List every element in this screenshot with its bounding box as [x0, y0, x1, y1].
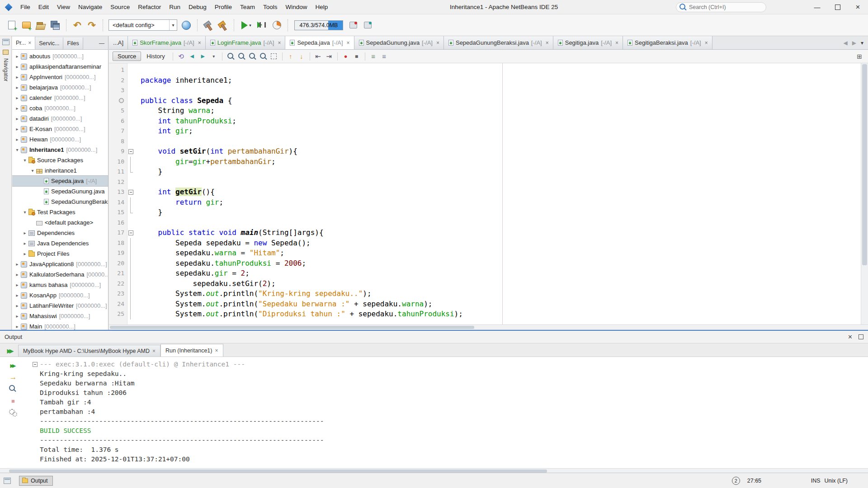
tab-files[interactable]: Files — [63, 38, 83, 49]
tree-expand-icon[interactable]: ▸ — [14, 293, 20, 298]
tree-expand-icon[interactable]: ▸ — [14, 64, 20, 69]
tree-item-aboutus[interactable]: ▸aboutus[0000000...] — [12, 51, 108, 61]
tree-item-default-package[interactable]: <default package> — [12, 217, 108, 228]
close-tab-icon[interactable]: × — [198, 40, 201, 46]
scrollbar-thumb[interactable] — [9, 469, 547, 473]
scroll-tabs-right-icon[interactable]: ▶ — [852, 40, 856, 46]
editor-tab-loginframe-java[interactable]: LoginFrame.java[-/A]× — [206, 36, 286, 49]
next-occurrence-icon[interactable] — [297, 52, 307, 61]
tree-item-aplikasipendaftaranseminar[interactable]: ▸aplikasipendaftaranseminar — [12, 61, 108, 72]
tree-item-latihanfilewriter[interactable]: ▸LatihanFileWriter[0000000...] — [12, 300, 108, 311]
select-region-icon[interactable] — [269, 52, 279, 61]
close-tab-icon[interactable]: × — [705, 40, 708, 46]
menu-refactor[interactable]: Refactor — [134, 0, 165, 14]
record-macro-icon[interactable] — [341, 52, 351, 61]
find-previous-icon[interactable] — [247, 52, 257, 61]
fold-box-icon[interactable] — [128, 149, 133, 154]
editor-tab-overflow[interactable]: ...A] — [109, 36, 128, 49]
search-output-icon[interactable] — [7, 384, 19, 394]
menu-window[interactable]: Window — [282, 0, 311, 14]
undo-button[interactable] — [70, 18, 85, 33]
tree-item-kosanapp[interactable]: ▸KosanApp[0000000...] — [12, 290, 108, 300]
output-toggle-button[interactable]: Output — [19, 476, 53, 486]
tree-expand-icon[interactable]: ▸ — [14, 324, 20, 329]
tree-item-appinventori[interactable]: ▸AppInventori[0000000...] — [12, 72, 108, 82]
scrollbar-thumb[interactable] — [862, 64, 867, 265]
previous-occurrence-icon[interactable] — [286, 52, 296, 61]
tree-item-sepedagunungberaksi-java[interactable]: SepedaGunungBeraksi.java — [12, 197, 108, 207]
tree-item-test-packages[interactable]: ▾Test Packages — [12, 207, 108, 217]
navigator-dock-tab[interactable]: Navigator — [3, 58, 9, 81]
editor-tab-sepedagunungberaksi-java[interactable]: SepedaGunungBeraksi.java[-/A]× — [444, 36, 553, 49]
build-project-button[interactable] — [201, 18, 216, 33]
dock-window-icon[interactable] — [4, 478, 11, 484]
tree-expand-icon[interactable]: ▸ — [22, 241, 28, 246]
stop-output-icon[interactable] — [7, 395, 19, 406]
tree-item-e-kosan[interactable]: ▸E-Kosan[0000000...] — [12, 124, 108, 134]
save-all-button[interactable] — [48, 18, 62, 33]
tree-item-hewan[interactable]: ▸Hewan[0000000...] — [12, 134, 108, 145]
highlight-matches-icon[interactable] — [258, 52, 268, 61]
output-tab-mybook-hype-amd-c-users-mybook-hype-amd[interactable]: MyBook Hype AMD - C:\Users\MyBook Hype A… — [18, 345, 160, 357]
fold-box-icon[interactable] — [128, 230, 133, 235]
editor-horizontal-scrollbar[interactable] — [109, 324, 868, 330]
fold-box-icon[interactable] — [33, 362, 38, 367]
tree-collapse-icon[interactable]: ▾ — [22, 158, 28, 163]
chevron-down-icon[interactable] — [169, 20, 177, 30]
tree-expand-icon[interactable]: ▸ — [14, 137, 20, 142]
new-file-button[interactable] — [5, 18, 19, 33]
tree-expand-icon[interactable]: ▸ — [14, 272, 20, 277]
menu-debug[interactable]: Debug — [184, 0, 211, 14]
back-icon[interactable] — [187, 52, 197, 61]
source-view-button[interactable]: Source — [113, 52, 141, 61]
shift-right-icon[interactable] — [324, 52, 334, 61]
close-tab-icon[interactable]: × — [546, 40, 549, 46]
minimize-button[interactable]: — — [807, 0, 827, 14]
split-window-icon[interactable] — [854, 52, 864, 61]
redo-button[interactable] — [85, 18, 99, 33]
menu-profile[interactable]: Profile — [211, 0, 236, 14]
scroll-tabs-left-icon[interactable]: ◀ — [844, 40, 848, 46]
tree-expand-icon[interactable]: ▸ — [14, 303, 20, 308]
menu-navigate[interactable]: Navigate — [74, 0, 106, 14]
rerun-icon[interactable] — [3, 345, 18, 357]
find-icon[interactable] — [226, 52, 236, 61]
tree-item-sepeda-java[interactable]: Sepeda.java[-/A] — [12, 176, 108, 186]
output-options-icon[interactable] — [7, 407, 19, 418]
fold-indicator[interactable] — [127, 146, 134, 157]
tree-item-java-dependencies[interactable]: ▸Java Dependencies — [12, 238, 108, 249]
menu-source[interactable]: Source — [106, 0, 134, 14]
menu-help[interactable]: Help — [311, 0, 332, 14]
close-tab-icon[interactable]: × — [347, 40, 350, 46]
open-project-button[interactable] — [33, 18, 48, 33]
run-button[interactable] — [238, 18, 255, 33]
editor-tab-sepeda-java[interactable]: Sepeda.java[-/A]× — [285, 36, 354, 49]
tree-collapse-icon[interactable]: ▾ — [14, 147, 20, 152]
tree-expand-icon[interactable]: ▸ — [14, 282, 20, 287]
rerun-icon[interactable] — [7, 360, 19, 371]
tree-item-datadiri[interactable]: ▸datadiri[0000000...] — [12, 113, 108, 124]
maximize-button[interactable] — [827, 0, 848, 14]
close-tab-icon[interactable]: × — [152, 348, 156, 354]
menu-team[interactable]: Team — [236, 0, 259, 14]
tab-list-icon[interactable]: ▾ — [861, 40, 863, 46]
last-edit-icon[interactable] — [176, 52, 186, 61]
tree-collapse-icon[interactable]: ▾ — [22, 210, 28, 215]
tab-projects[interactable]: Pr... × — [12, 37, 35, 49]
close-icon[interactable]: × — [28, 40, 31, 46]
config-select[interactable]: <default config> — [108, 19, 177, 31]
tree-item-mahasiswi[interactable]: ▸Mahasiswi[0000000...] — [12, 311, 108, 321]
run-again-icon[interactable] — [7, 372, 19, 383]
chevron-down-icon[interactable] — [209, 52, 219, 61]
close-output-icon[interactable]: × — [848, 333, 852, 341]
fold-indicator[interactable] — [127, 228, 134, 238]
tree-expand-icon[interactable]: ▸ — [14, 106, 20, 111]
editor-tab-segitigaberaksi-java[interactable]: SegitigaBeraksi.java[-/A]× — [623, 36, 712, 49]
tree-item-project-files[interactable]: ▸Project Files — [12, 249, 108, 259]
tree-expand-icon[interactable]: ▸ — [14, 85, 20, 90]
scrollbar-thumb[interactable] — [110, 326, 474, 329]
close-tab-icon[interactable]: × — [436, 40, 439, 46]
tree-expand-icon[interactable]: ▸ — [14, 127, 20, 131]
browser-button[interactable] — [179, 18, 193, 33]
editor-tab-segitiga-java[interactable]: Segitiga.java[-/A]× — [553, 36, 623, 49]
